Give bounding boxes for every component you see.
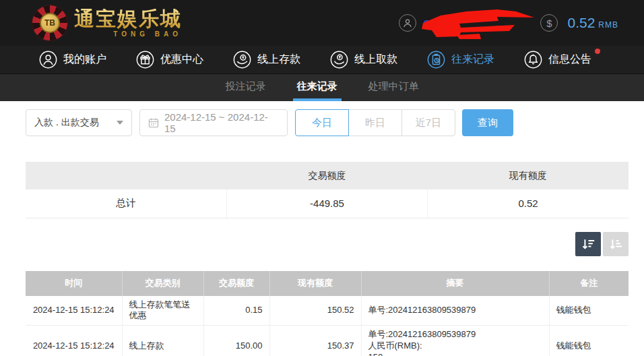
search-button[interactable]: 查询 xyxy=(462,109,513,136)
nav-label: 优惠中心 xyxy=(160,53,203,67)
records-icon xyxy=(427,51,445,69)
col-note: 备注 xyxy=(549,271,629,296)
nav-item-withdraw[interactable]: 线上取款 xyxy=(330,51,397,69)
sort-ascending-icon xyxy=(608,237,623,251)
sort-ascending-button[interactable] xyxy=(603,232,629,256)
summary-header-balance: 现有额度 xyxy=(428,162,629,189)
cell-amount: 0.15 xyxy=(203,296,269,326)
cell-note: 钱能钱包 xyxy=(549,326,629,356)
cell-type: 线上存款 xyxy=(122,326,203,356)
withdraw-icon xyxy=(330,51,348,69)
top-header: TB 通宝娱乐城 TONG BAO S $ 0.52 RMB xyxy=(0,0,644,46)
nav-label: 往来记录 xyxy=(451,53,494,67)
calendar-icon xyxy=(148,117,159,128)
poker-chip-logo-icon: TB xyxy=(32,5,67,40)
date-range-input[interactable]: 2024-12-15 ~ 2024-12-15 xyxy=(139,109,288,136)
tab-betting-records[interactable]: 投注记录 xyxy=(222,74,270,101)
notification-badge xyxy=(595,49,600,54)
nav-item-notices[interactable]: 信息公告 xyxy=(524,51,591,69)
cell-balance: 150.52 xyxy=(269,296,361,326)
balance-amount: 0.52 xyxy=(567,15,595,31)
sub-tab-bar: 投注记录 往来记录 处理中订单 xyxy=(0,74,644,101)
cell-type: 线上存款笔笔送优惠 xyxy=(122,296,203,326)
bell-icon xyxy=(524,51,542,69)
yesterday-button[interactable]: 昨日 xyxy=(348,109,402,136)
content: 入款 . 出款交易 2024-12-15 ~ 2024-12-15 今日 昨日 … xyxy=(26,109,629,356)
sort-descending-icon xyxy=(581,237,595,251)
select-value: 入款 . 出款交易 xyxy=(34,117,99,129)
chevron-down-icon xyxy=(117,121,123,125)
nav-item-promotions[interactable]: 优惠中心 xyxy=(136,51,203,69)
table-row: 2024-12-15 15:12:24 线上存款 150.00 150.37 单… xyxy=(26,326,629,356)
col-summary: 摘要 xyxy=(361,271,549,296)
col-type: 交易类别 xyxy=(122,271,203,296)
cell-amount: 150.00 xyxy=(203,326,269,356)
user-icon xyxy=(39,51,57,69)
tab-processing-orders[interactable]: 处理中订单 xyxy=(364,74,423,101)
nav-label: 线上取款 xyxy=(354,53,397,67)
brand-title: 通宝娱乐城 xyxy=(74,9,182,29)
nav-label: 信息公告 xyxy=(548,53,591,67)
summary-total-row: 总计 -449.85 0.52 xyxy=(26,189,629,218)
cell-summary: 单号:202412163809539879 人民币(RMB): 150 xyxy=(361,326,549,356)
chip-tb-label: TB xyxy=(40,13,60,33)
balance-currency: RMB xyxy=(598,20,618,30)
transaction-table: 时间 交易类别 交易额度 现有额度 摘要 备注 2024-12-15 15:12… xyxy=(26,271,629,356)
nav-label: 线上存款 xyxy=(257,53,300,67)
deposit-icon xyxy=(233,51,251,69)
sort-controls xyxy=(26,232,629,256)
quick-range-group: 今日 昨日 近7日 xyxy=(295,109,455,136)
nav-label: 我的账户 xyxy=(63,53,106,67)
nav-item-records[interactable]: 往来记录 xyxy=(427,51,494,69)
col-time: 时间 xyxy=(26,271,122,296)
filter-row: 入款 . 出款交易 2024-12-15 ~ 2024-12-15 今日 昨日 … xyxy=(26,109,629,136)
col-balance: 现有额度 xyxy=(269,271,361,296)
transaction-header-row: 时间 交易类别 交易额度 现有额度 摘要 备注 xyxy=(26,271,629,296)
summary-header-amount: 交易额度 xyxy=(226,162,427,189)
last7days-button[interactable]: 近7日 xyxy=(401,109,455,136)
cell-note: 钱能钱包 xyxy=(549,296,629,326)
table-row: 2024-12-15 15:12:24 线上存款笔笔送优惠 0.15 150.5… xyxy=(26,296,629,326)
brand-logo[interactable]: TB 通宝娱乐城 TONG BAO xyxy=(32,5,182,40)
summary-header-row: 交易额度 现有额度 xyxy=(26,162,629,189)
cell-balance: 150.37 xyxy=(269,326,361,356)
today-button[interactable]: 今日 xyxy=(295,109,349,136)
summary-total-balance: 0.52 xyxy=(428,189,629,218)
summary-total-label: 总计 xyxy=(26,189,226,218)
summary-header-blank xyxy=(26,162,226,189)
nav-item-my-account[interactable]: 我的账户 xyxy=(39,51,106,69)
gift-icon xyxy=(136,51,154,69)
user-avatar-icon[interactable] xyxy=(399,14,416,32)
user-zone: S $ 0.52 RMB xyxy=(399,7,618,39)
balance-dollar-icon: $ xyxy=(540,14,558,32)
date-range-value: 2024-12-15 ~ 2024-12-15 xyxy=(164,111,279,134)
main-nav: 我的账户 优惠中心 线上存款 线上取款 往来记录 信息公告 xyxy=(0,46,644,74)
balance: 0.52 RMB xyxy=(567,15,618,31)
transaction-type-select[interactable]: 入款 . 出款交易 xyxy=(26,109,132,136)
tab-transaction-records[interactable]: 往来记录 xyxy=(293,74,342,101)
brand-subtitle: TONG BAO xyxy=(113,31,182,38)
cell-time: 2024-12-15 15:12:24 xyxy=(26,296,122,326)
sort-descending-button[interactable] xyxy=(575,232,601,256)
summary-table: 交易额度 现有额度 总计 -449.85 0.52 xyxy=(26,162,629,218)
cell-time: 2024-12-15 15:12:24 xyxy=(26,326,122,356)
username-redacted: S xyxy=(422,7,535,39)
cell-summary: 单号:202412163809539879 xyxy=(361,296,549,326)
col-amount: 交易额度 xyxy=(203,271,269,296)
redaction-scribble xyxy=(422,7,535,39)
summary-total-amount: -449.85 xyxy=(226,189,427,218)
nav-item-deposit[interactable]: 线上存款 xyxy=(233,51,300,69)
